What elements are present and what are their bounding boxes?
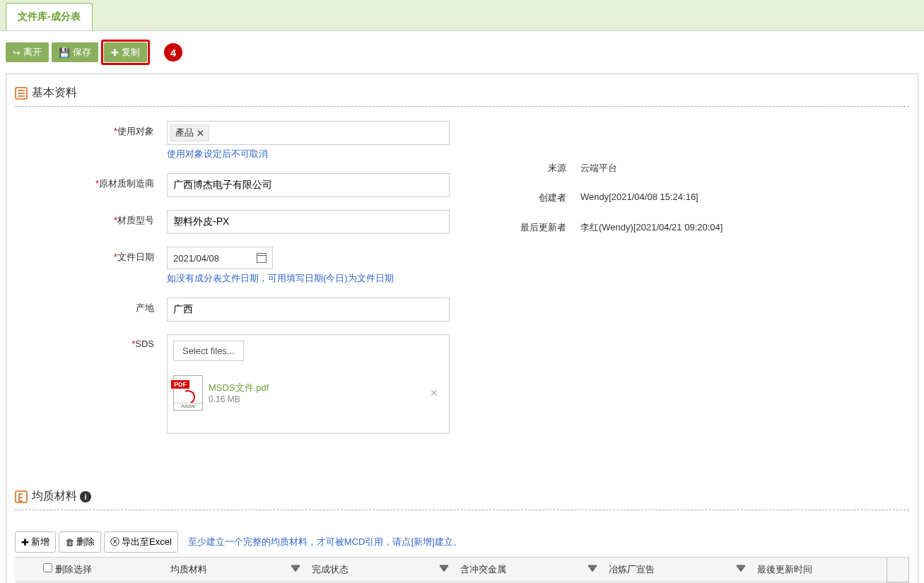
col-conflict[interactable]: 含冲突金属 [453,558,602,582]
plus-icon: ✚ [21,537,29,548]
file-date-hint: 如没有成分表文件日期，可用填写日期(今日)为文件日期 [167,272,467,285]
materials-title: 均质材料 [32,489,77,504]
label-file-date: *文件日期 [15,247,167,264]
manufacturer-input[interactable] [167,173,450,197]
toolbar: ↪ 离开 💾 保存 ✚ 复制 4 [0,31,924,73]
form-left: *使用对象 產品 ✕ 使用对象设定后不可取消 *原材质制造商 [15,121,467,447]
materials-table: 删除选择 均质材料 完成状态 含冲突金属 冶炼厂宣告 最後更新时间 ▶ 塑料 是… [15,557,909,583]
label-material-no: *材质型号 [15,210,167,227]
basic-info-title: 基本资料 [32,86,77,100]
info-source: 来源 云端平台 [510,162,909,175]
delete-button[interactable]: 🗑删除 [59,531,101,553]
table-toolbar: ✚新增 🗑删除 ⓧ导出至Excel 至少建立一个完整的均质材料，才可被MCD引用… [15,531,909,553]
col-delete-select[interactable]: 删除选择 [36,558,163,582]
info-icon[interactable]: i [80,491,91,502]
select-files-button[interactable]: Select files... [173,341,244,361]
save-icon: 💾 [59,47,70,58]
col-material[interactable]: 均质材料 [163,558,305,582]
divider [15,510,909,510]
row-sds: *SDS Select files... PDF Adobe MSDS文件.pd… [15,334,467,434]
filter-icon[interactable] [440,567,448,572]
label-manufacturer: *原材质制造商 [15,173,167,190]
tag-product: 產品 ✕ [170,124,209,141]
file-date-input[interactable]: 2021/04/08 [167,247,273,269]
tabs-container: 文件库-成分表 [0,0,924,31]
creator-label: 创建者 [510,192,580,204]
source-value: 云端平台 [580,162,617,175]
info-creator: 创建者 Wendy[2021/04/08 15:24:16] [510,192,909,204]
tag-remove-icon[interactable]: ✕ [197,128,204,139]
file-remove-icon[interactable]: × [424,386,443,401]
row-manufacturer: *原材质制造商 [15,173,467,197]
content-panel: 基本资料 *使用对象 產品 ✕ 使用对象设定后不可取消 *原材质制造商 [6,73,918,583]
tree-icon [15,490,28,503]
leave-button[interactable]: ↪ 离开 [6,42,49,62]
export-button[interactable]: ⓧ导出至Excel [104,531,178,553]
col-expand [15,558,36,582]
material-no-input[interactable] [167,210,450,234]
col-updated[interactable]: 最後更新时间 [750,558,887,582]
basic-info-header: 基本资料 [15,86,909,100]
origin-input[interactable] [167,298,450,322]
copy-highlight: ✚ 复制 [101,40,150,65]
date-value: 2021/04/08 [173,253,219,264]
list-icon [15,87,28,100]
form-area: *使用对象 產品 ✕ 使用对象设定后不可取消 *原材质制造商 [15,121,909,447]
label-use-target: *使用对象 [15,121,167,138]
divider [15,106,909,107]
tab-file-library[interactable]: 文件库-成分表 [6,3,93,30]
file-item: PDF Adobe MSDS文件.pdf 0.16 MB × [173,375,443,428]
row-file-date: *文件日期 2021/04/08 如没有成分表文件日期，可用填写日期(今日)为文… [15,247,467,285]
use-target-hint: 使用对象设定后不可取消 [167,148,467,160]
pdf-icon: PDF Adobe [173,375,203,411]
source-label: 来源 [510,162,580,175]
creator-value: Wendy[2021/04/08 15:24:16] [580,192,698,204]
tag-text: 產品 [175,126,194,139]
materials-section: 均质材料 i ✚新增 🗑删除 ⓧ导出至Excel 至少建立一个完整的均质材料，才… [15,489,909,583]
label-sds: *SDS [15,334,167,349]
info-updater: 最后更新者 李红(Wendy)[2021/04/21 09:20:04] [510,221,909,234]
updater-value: 李红(Wendy)[2021/04/21 09:20:04] [580,221,723,234]
select-all-checkbox[interactable] [43,563,52,572]
filter-icon[interactable] [737,567,744,572]
file-size: 0.16 MB [209,394,269,404]
col-status[interactable]: 完成状态 [305,558,453,582]
materials-header: 均质材料 i [15,489,909,504]
plus-icon: ✚ [111,47,119,58]
form-right: 来源 云端平台 创建者 Wendy[2021/04/08 15:24:16] 最… [510,121,909,447]
filter-icon[interactable] [292,567,299,572]
excel-icon: ⓧ [110,536,119,548]
trash-icon: 🗑 [65,537,74,548]
row-use-target: *使用对象 產品 ✕ 使用对象设定后不可取消 [15,121,467,160]
filter-icon[interactable] [589,567,596,572]
copy-label: 复制 [122,46,140,59]
save-button[interactable]: 💾 保存 [52,42,98,62]
table-hint: 至少建立一个完整的均质材料，才可被MCD引用，请点[新增]建立。 [188,536,462,548]
use-target-input[interactable]: 產品 ✕ [167,121,450,145]
leave-label: 离开 [23,46,42,59]
callout-number: 4 [164,43,182,61]
calendar-icon[interactable] [257,253,267,263]
save-label: 保存 [73,46,91,59]
leave-icon: ↪ [13,47,21,58]
label-origin: 产地 [15,298,167,314]
file-name[interactable]: MSDS文件.pdf [209,382,269,394]
scroll-indicator [887,558,909,582]
sds-box: Select files... PDF Adobe MSDS文件.pdf 0.1… [167,334,450,434]
updater-label: 最后更新者 [510,221,580,234]
copy-button[interactable]: ✚ 复制 [104,42,147,62]
col-smelter[interactable]: 冶炼厂宣告 [602,558,750,582]
row-origin: 产地 [15,298,467,322]
add-button[interactable]: ✚新增 [15,531,56,553]
row-material-no: *材质型号 [15,210,467,234]
